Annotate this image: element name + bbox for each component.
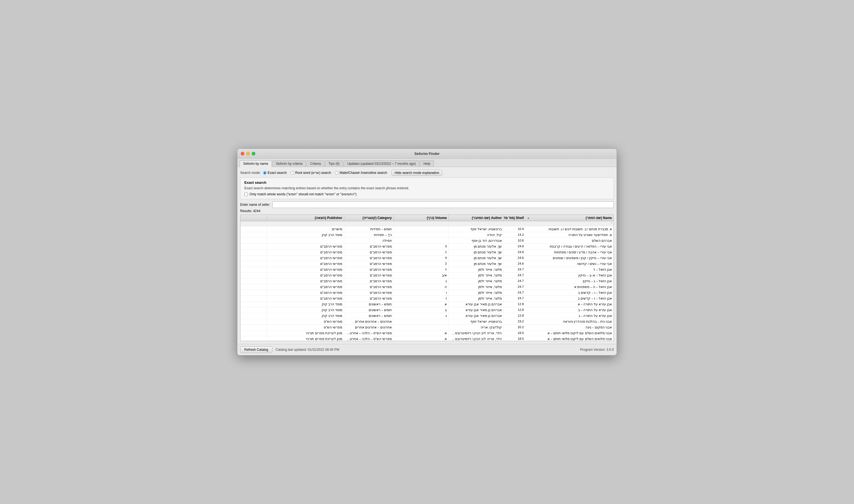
td-volume: ז [394, 296, 449, 301]
table-row[interactable]: א. חסידישער וואורט על התורה14.2קיל, יהוד… [240, 232, 614, 238]
tab-bar: Seforim by name Seforim by criteria Crit… [237, 159, 617, 167]
td-author [449, 221, 504, 226]
th-category[interactable]: Category (קטגוריה) [344, 215, 394, 221]
td-shelf: 10.4 [504, 227, 526, 232]
td-author: מלצר, אייזר זלמן [449, 267, 504, 272]
table-row[interactable]: אבני מלואים השלם עם ליקוט מלואי חותם – א… [240, 330, 614, 336]
tab-tips[interactable]: Tips (6) [325, 160, 343, 167]
td-name: אבן עזרא על התורה – ב [526, 307, 614, 313]
th-volume[interactable]: Volume (כרך) [394, 215, 449, 221]
tab-updates[interactable]: Updates (updated 03/13/2022 – 7 months a… [344, 160, 419, 167]
table-row[interactable]: אבי עזרי – נשים / קדושה24.6שך, אלעזר מנח… [240, 261, 614, 267]
td-volume: ה [394, 284, 449, 290]
table-row[interactable]: אבן עזרא על התורה – ג12.8אברהם בן מאיר א… [240, 313, 614, 319]
radio-malei-input[interactable] [335, 171, 339, 175]
td-name: א. מכברת מנחם / ב. תשובות דונש / ג. תשוב… [526, 227, 614, 232]
th-shelf[interactable]: Shelf (מס' מדף) [504, 215, 526, 221]
results-count: Results: 4244 [240, 209, 614, 213]
table-row[interactable]: אבני גית – בהלכות סנהדרין והוראה19.2ברונ… [240, 319, 614, 325]
td-shelf: 24.6 [504, 244, 526, 249]
td-publisher: מפרשי הרמב"ם [267, 278, 344, 284]
td-author: ברונשטייו, ישראל יוסף [449, 227, 504, 232]
table-row[interactable]: אבן הזאל – ו – קדשים ב24.7מלצר, אייזר זל… [240, 290, 614, 296]
td-author: מלצר, אייזר זלמן [449, 284, 504, 290]
td-name: א. חסידישער וואורט על התורה [526, 232, 614, 238]
td-shelf: 24.7 [504, 267, 526, 272]
zoom-button[interactable] [252, 152, 255, 156]
td-author: קולדצקי, אריה [449, 325, 504, 330]
th-name[interactable]: Name (שם הספר) ▲ [526, 215, 614, 221]
td-publisher: מוסד הרב קוק [267, 307, 344, 313]
td-name: אבן הזאל – ד [526, 267, 614, 272]
td-name: אבן הזאל – ה – משפטים א [526, 284, 614, 290]
tab-seforim-by-name[interactable]: Seforim by name [240, 160, 272, 167]
table-row[interactable]: אבן עזרא על התורה – א12.8אברהם בן מאיר א… [240, 302, 614, 307]
table-row[interactable]: אבן הזאל – ג – נזיקין24.7מלצר, אייזר זלמ… [240, 278, 614, 284]
td-volume: ד [394, 267, 449, 272]
td-shelf: 10.6 [504, 238, 526, 244]
td-volume [394, 325, 449, 330]
td-shelf: 24.7 [504, 296, 526, 301]
table-row[interactable]: ' [240, 221, 614, 227]
radio-root-input[interactable] [291, 171, 294, 175]
td-publisher [267, 238, 344, 244]
table-row[interactable]: אבן הזאל – ד24.7מלצר, אייזר זלמןדמפרשי ה… [240, 267, 614, 273]
window-title: Seforim Finder [414, 151, 440, 156]
refresh-catalog-button[interactable]: Refresh Catalog [240, 346, 272, 353]
hide-explanation-button[interactable]: Hide search mode explanation [392, 170, 442, 176]
whole-words-row[interactable]: Only match whole words ("חומש" should no… [244, 192, 610, 196]
td-category: חומש – ראשונים [344, 302, 394, 307]
results-table: Name (שם הספר) ▲ Shelf (מס' מדף) Author … [240, 215, 614, 341]
td-category: מפרשי הרמב"ם [344, 244, 394, 249]
table-row[interactable]: אבי עזרי – אהבה / מדע / זמנים / מפתחות24… [240, 250, 614, 255]
td-shelf: 20.2 [504, 325, 526, 330]
radio-exact-input[interactable] [263, 171, 267, 175]
tab-criteria[interactable]: Criteria [307, 160, 324, 167]
table-row[interactable]: אבן הזאל – א–ב – נזיקין24.7מלצר, אייזר ז… [240, 273, 614, 278]
td-volume: 4 [394, 255, 449, 261]
table-row[interactable]: אבן עזרא על התורה – ב12.8אברהם בן מאיר א… [240, 307, 614, 313]
td-name: אבן עזרא על התורה – ג [526, 313, 614, 319]
minimize-button[interactable] [246, 152, 250, 156]
th-author[interactable]: Author (שם המחבר) [449, 215, 504, 221]
td-name: אבי עזרי – נזיקין / קנין / משפטים / שופט… [526, 255, 614, 261]
table-row[interactable]: אבי עזרי – נזיקין / קנין / משפטים / שופט… [240, 255, 614, 261]
catalog-last-updated: Catalog last updated: 01/31/2022 08:40 P… [276, 348, 340, 352]
table-row[interactable]: אבי עזרי – הפלאה / זרעים / עבודה / קרבנו… [240, 244, 614, 250]
tab-seforim-by-criteria[interactable]: Seforim by criteria [272, 160, 306, 167]
table-row[interactable]: אברהם השלם10.6אבודרהם, דוד בן יוסףתפילה [240, 238, 614, 244]
table-header: Name (שם הספר) ▲ Shelf (מס' מדף) Author … [240, 215, 614, 221]
td-name: ' [526, 221, 614, 226]
radio-malei-label: Malei/Chaseir Insensitive search [340, 171, 387, 175]
td-volume [394, 232, 449, 238]
table-row[interactable]: אבני מלואים השלם עם ליקוט מלואי חותם – א… [240, 336, 614, 341]
td-publisher: מפרשי הרמב"ם [267, 273, 344, 278]
table-row[interactable]: אבן הזאל – ה – משפטים א24.7מלצר, אייזר ז… [240, 284, 614, 290]
table-row[interactable]: אבני המקום – גיגה20.2קולדצקי, אריהאחרוני… [240, 325, 614, 330]
radio-malei[interactable]: Malei/Chaseir Insensitive search [335, 171, 387, 175]
sort-indicator-name: ▲ [527, 217, 530, 219]
td-category: מפרשי הרמב"ם [344, 273, 394, 278]
close-button[interactable] [241, 152, 244, 156]
td-shelf: 12.8 [504, 302, 526, 307]
td-publisher [267, 221, 344, 226]
td-name: אבי עזרי – נשים / קדושה [526, 261, 614, 267]
th-publisher[interactable]: Publisher (הוצאה) [267, 215, 344, 221]
td-publisher: מפרשי הרמב"ם [267, 244, 344, 249]
table-row[interactable]: אבן הזאל – ז – קדשים ב24.7מלצר, אייזר זל… [240, 296, 614, 302]
td-category: מפרשי הרמב"ם [344, 278, 394, 284]
td-author: הלר, אריה ליב הכהן / דזימיטרובסקי, יחיאל… [449, 330, 504, 336]
search-row: Enter name of sefer: [240, 201, 614, 208]
td-author: מלצר, אייזר זלמן [449, 296, 504, 301]
search-input[interactable] [272, 201, 614, 208]
footer: Refresh Catalog Catalog last updated: 01… [237, 344, 617, 355]
radio-exact[interactable]: Exact search [263, 171, 287, 175]
radio-root[interactable]: Root word (שרש) search [291, 171, 331, 175]
program-version: Program Version: 3.0.0 [580, 348, 614, 352]
whole-words-checkbox[interactable] [244, 193, 248, 196]
td-shelf: 24.7 [504, 278, 526, 284]
table-body[interactable]: 'א. מכברת מנחם / ב. תשובות דונש / ג. תשו… [240, 221, 614, 341]
td-publisher: מפרשי הש"ס [267, 319, 344, 324]
table-row[interactable]: א. מכברת מנחם / ב. תשובות דונש / ג. תשוב… [240, 227, 614, 232]
tab-help[interactable]: Help [420, 160, 434, 167]
